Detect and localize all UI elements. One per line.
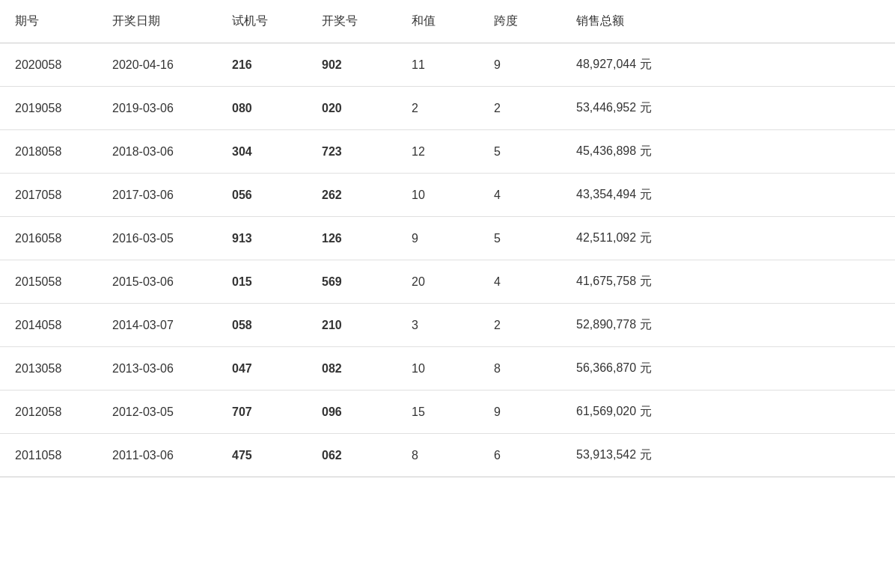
cell-9-2: 475 — [217, 434, 307, 477]
column-header-2: 试机号 — [217, 0, 307, 43]
lottery-table: 期号开奖日期试机号开奖号和值跨度销售总额 20200582020-04-1621… — [0, 0, 895, 477]
cell-2-6: 45,436,898 元 — [561, 130, 895, 174]
cell-6-4: 3 — [397, 304, 479, 347]
cell-5-3: 569 — [307, 260, 397, 304]
cell-0-6: 48,927,044 元 — [561, 43, 895, 87]
cell-5-2: 015 — [217, 260, 307, 304]
cell-3-1: 2017-03-06 — [97, 174, 217, 217]
table-row: 20150582015-03-0601556920441,675,758 元 — [0, 260, 895, 304]
cell-2-1: 2018-03-06 — [97, 130, 217, 174]
cell-5-6: 41,675,758 元 — [561, 260, 895, 304]
cell-5-5: 4 — [479, 260, 561, 304]
cell-2-4: 12 — [397, 130, 479, 174]
cell-8-5: 9 — [479, 391, 561, 434]
cell-6-2: 058 — [217, 304, 307, 347]
table-row: 20140582014-03-070582103252,890,778 元 — [0, 304, 895, 347]
cell-1-3: 020 — [307, 87, 397, 130]
lottery-table-container: 期号开奖日期试机号开奖号和值跨度销售总额 20200582020-04-1621… — [0, 0, 895, 477]
cell-8-2: 707 — [217, 391, 307, 434]
cell-1-0: 2019058 — [0, 87, 97, 130]
cell-7-6: 56,366,870 元 — [561, 347, 895, 391]
cell-6-0: 2014058 — [0, 304, 97, 347]
cell-2-0: 2018058 — [0, 130, 97, 174]
cell-9-6: 53,913,542 元 — [561, 434, 895, 477]
cell-1-1: 2019-03-06 — [97, 87, 217, 130]
column-header-4: 和值 — [397, 0, 479, 43]
cell-0-1: 2020-04-16 — [97, 43, 217, 87]
cell-7-2: 047 — [217, 347, 307, 391]
column-header-6: 销售总额 — [561, 0, 895, 43]
cell-6-3: 210 — [307, 304, 397, 347]
cell-2-2: 304 — [217, 130, 307, 174]
cell-8-3: 096 — [307, 391, 397, 434]
cell-4-0: 2016058 — [0, 217, 97, 260]
cell-6-6: 52,890,778 元 — [561, 304, 895, 347]
cell-4-2: 913 — [217, 217, 307, 260]
cell-7-5: 8 — [479, 347, 561, 391]
cell-3-5: 4 — [479, 174, 561, 217]
cell-8-6: 61,569,020 元 — [561, 391, 895, 434]
cell-3-4: 10 — [397, 174, 479, 217]
table-row: 20130582013-03-0604708210856,366,870 元 — [0, 347, 895, 391]
cell-3-0: 2017058 — [0, 174, 97, 217]
cell-8-0: 2012058 — [0, 391, 97, 434]
cell-1-2: 080 — [217, 87, 307, 130]
cell-0-2: 216 — [217, 43, 307, 87]
cell-4-3: 126 — [307, 217, 397, 260]
cell-1-4: 2 — [397, 87, 479, 130]
cell-7-0: 2013058 — [0, 347, 97, 391]
cell-4-1: 2016-03-05 — [97, 217, 217, 260]
cell-9-1: 2011-03-06 — [97, 434, 217, 477]
table-header-row: 期号开奖日期试机号开奖号和值跨度销售总额 — [0, 0, 895, 43]
cell-4-4: 9 — [397, 217, 479, 260]
cell-4-5: 5 — [479, 217, 561, 260]
cell-7-4: 10 — [397, 347, 479, 391]
table-row: 20110582011-03-064750628653,913,542 元 — [0, 434, 895, 477]
cell-0-5: 9 — [479, 43, 561, 87]
cell-3-2: 056 — [217, 174, 307, 217]
table-row: 20200582020-04-1621690211948,927,044 元 — [0, 43, 895, 87]
cell-5-4: 20 — [397, 260, 479, 304]
cell-3-3: 262 — [307, 174, 397, 217]
cell-2-5: 5 — [479, 130, 561, 174]
cell-7-1: 2013-03-06 — [97, 347, 217, 391]
cell-8-1: 2012-03-05 — [97, 391, 217, 434]
cell-9-4: 8 — [397, 434, 479, 477]
cell-3-6: 43,354,494 元 — [561, 174, 895, 217]
cell-1-5: 2 — [479, 87, 561, 130]
cell-7-3: 082 — [307, 347, 397, 391]
table-row: 20120582012-03-0570709615961,569,020 元 — [0, 391, 895, 434]
cell-0-0: 2020058 — [0, 43, 97, 87]
cell-9-0: 2011058 — [0, 434, 97, 477]
cell-2-3: 723 — [307, 130, 397, 174]
column-header-5: 跨度 — [479, 0, 561, 43]
cell-6-1: 2014-03-07 — [97, 304, 217, 347]
column-header-1: 开奖日期 — [97, 0, 217, 43]
cell-6-5: 2 — [479, 304, 561, 347]
cell-1-6: 53,446,952 元 — [561, 87, 895, 130]
column-header-3: 开奖号 — [307, 0, 397, 43]
cell-9-3: 062 — [307, 434, 397, 477]
cell-8-4: 15 — [397, 391, 479, 434]
cell-9-5: 6 — [479, 434, 561, 477]
cell-5-1: 2015-03-06 — [97, 260, 217, 304]
table-row: 20190582019-03-060800202253,446,952 元 — [0, 87, 895, 130]
column-header-0: 期号 — [0, 0, 97, 43]
cell-4-6: 42,511,092 元 — [561, 217, 895, 260]
cell-5-0: 2015058 — [0, 260, 97, 304]
table-row: 20160582016-03-059131269542,511,092 元 — [0, 217, 895, 260]
cell-0-3: 902 — [307, 43, 397, 87]
cell-0-4: 11 — [397, 43, 479, 87]
table-row: 20170582017-03-0605626210443,354,494 元 — [0, 174, 895, 217]
table-row: 20180582018-03-0630472312545,436,898 元 — [0, 130, 895, 174]
